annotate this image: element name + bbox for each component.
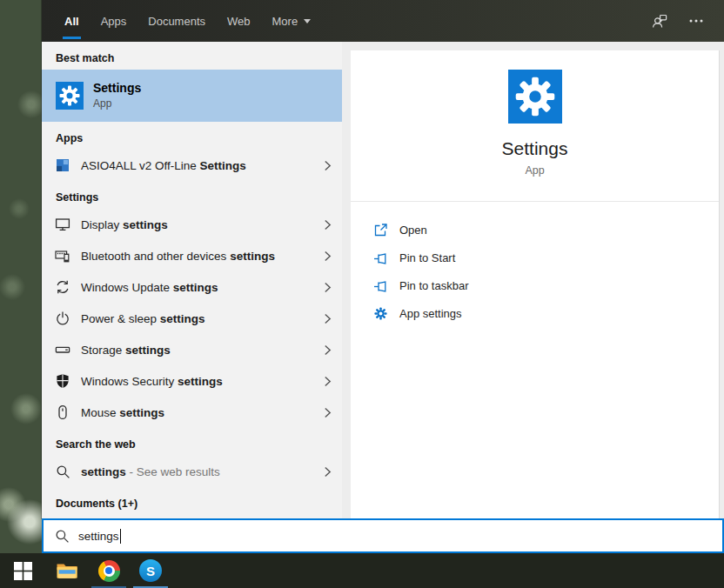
- mouse-icon: [54, 404, 71, 420]
- result-text: Storage settings: [81, 344, 324, 357]
- result-title: Settings: [93, 81, 141, 96]
- search-result-row[interactable]: ASIO4ALL v2 Off-Line Settings: [42, 150, 342, 181]
- search-result-row[interactable]: Windows Security settings: [42, 365, 342, 397]
- chevron-icon: [324, 313, 332, 324]
- taskbar-start-button[interactable]: [0, 553, 46, 588]
- result-text: ASIO4ALL v2 Off-Line Settings: [81, 159, 324, 172]
- result-text: settings - See web results: [81, 465, 324, 478]
- chevron-icon: [324, 407, 332, 418]
- section-header: Search the web: [42, 428, 342, 456]
- search-result-row[interactable]: Mouse settings: [42, 397, 342, 428]
- taskbar-skype-button[interactable]: S: [130, 553, 171, 588]
- settings-app-icon: [508, 70, 562, 124]
- search-result-row[interactable]: Display settings: [42, 209, 342, 240]
- sync-icon: [54, 279, 71, 295]
- chevron-down-icon: [304, 19, 311, 23]
- result-text: Power & sleep settings: [81, 312, 324, 325]
- section-header: Apps: [42, 122, 342, 150]
- section-header: Best match: [42, 42, 342, 70]
- skype-icon: S: [139, 559, 162, 582]
- action-app-settings[interactable]: App settings: [373, 299, 719, 327]
- taskbar-file-explorer-button[interactable]: [46, 553, 88, 588]
- result-text: Windows Update settings: [81, 281, 324, 294]
- chevron-icon: [324, 160, 332, 171]
- windows-logo-icon: [14, 562, 32, 580]
- tab-more[interactable]: More: [272, 0, 312, 42]
- search-result-row[interactable]: Storage settings: [42, 334, 342, 365]
- search-result-row[interactable]: settings - See web results: [42, 456, 342, 487]
- result-text: Display settings: [81, 218, 324, 231]
- section-header: Documents (1+): [42, 487, 342, 515]
- preview-subtitle: App: [525, 164, 544, 177]
- tab-apps[interactable]: Apps: [101, 0, 127, 42]
- tab-all[interactable]: All: [64, 0, 79, 42]
- action-label: Pin to Start: [399, 251, 455, 264]
- tab-documents[interactable]: Documents: [148, 0, 205, 42]
- action-label: App settings: [399, 307, 462, 320]
- ellipsis-icon[interactable]: [687, 12, 705, 30]
- settings-tile-icon: [56, 82, 84, 110]
- action-open[interactable]: Open: [373, 216, 719, 244]
- tab-label: More: [272, 15, 298, 28]
- pin-icon: [373, 251, 388, 265]
- asio-app-icon: [54, 159, 71, 171]
- section-header: Settings: [42, 181, 342, 209]
- header-actions: [651, 0, 724, 42]
- action-label: Pin to taskbar: [399, 279, 469, 292]
- search-result-row[interactable]: Windows Update settings: [42, 271, 342, 303]
- tab-web[interactable]: Web: [227, 0, 251, 42]
- search-icon: [54, 464, 71, 479]
- preview-hero: Settings App: [351, 50, 719, 202]
- action-label: Open: [399, 224, 427, 237]
- display-icon: [54, 217, 71, 232]
- preview-actions: OpenPin to StartPin to taskbarApp settin…: [351, 202, 719, 327]
- power-icon: [54, 311, 71, 326]
- desktop: { "header": { "tabs": [ {"id":"all","lab…: [0, 0, 724, 588]
- taskbar: S: [0, 553, 724, 588]
- shield-icon: [54, 373, 71, 389]
- tab-label: Documents: [148, 15, 205, 28]
- result-text: Mouse settings: [81, 406, 324, 419]
- result-text: Windows Security settings: [81, 375, 324, 388]
- chevron-icon: [324, 251, 332, 262]
- action-pin-to-taskbar[interactable]: Pin to taskbar: [373, 271, 719, 299]
- user-feedback-icon[interactable]: [651, 12, 668, 30]
- preview-title: Settings: [502, 138, 568, 159]
- chevron-icon: [324, 282, 332, 293]
- tab-label: Web: [227, 15, 251, 28]
- chevron-icon: [324, 219, 332, 231]
- best-match-result[interactable]: SettingsApp: [42, 70, 342, 122]
- open-icon: [373, 223, 388, 237]
- result-text: SettingsApp: [93, 81, 141, 110]
- action-pin-to-start[interactable]: Pin to Start: [373, 244, 719, 271]
- pin-icon: [373, 278, 388, 293]
- search-filter-tabs: AllAppsDocumentsWebMore: [42, 0, 332, 42]
- search-input[interactable]: settings: [42, 518, 724, 553]
- result-text: Bluetooth and other devices settings: [81, 250, 324, 263]
- search-header: AllAppsDocumentsWebMore: [42, 0, 724, 42]
- search-result-row[interactable]: Bluetooth and other devices settings: [42, 240, 342, 271]
- result-subtitle: App: [93, 97, 141, 110]
- chevron-icon: [324, 466, 332, 478]
- search-results-list: Best matchSettingsAppAppsASIO4ALL v2 Off…: [42, 42, 342, 518]
- folder-icon: [56, 561, 78, 580]
- search-window: AllAppsDocumentsWebMore Best matchSettin…: [42, 0, 724, 518]
- devices-icon: [54, 248, 71, 264]
- preview-pane: Settings App OpenPin to StartPin to task…: [342, 42, 724, 518]
- chevron-icon: [324, 344, 332, 356]
- search-result-row[interactable]: Power & sleep settings: [42, 303, 342, 334]
- storage-icon: [54, 342, 71, 357]
- chevron-icon: [324, 376, 332, 387]
- chrome-icon: [98, 560, 120, 582]
- search-query-text: settings: [78, 530, 119, 543]
- tab-label: All: [64, 15, 79, 28]
- text-caret: [120, 529, 121, 544]
- taskbar-chrome-button[interactable]: [88, 553, 130, 588]
- tab-label: Apps: [101, 15, 127, 28]
- search-icon: [55, 529, 70, 544]
- gear-icon: [373, 306, 388, 321]
